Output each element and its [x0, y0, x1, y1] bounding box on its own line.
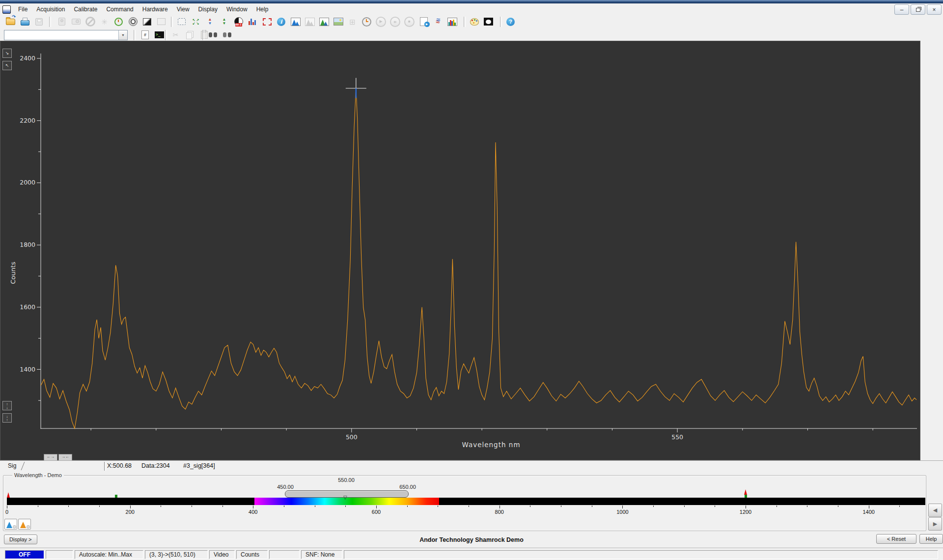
cut-button[interactable]: ✂ — [169, 29, 182, 41]
expand-x-button[interactable]: ←→ — [44, 454, 57, 461]
minimize-button[interactable]: – — [894, 4, 909, 15]
play-button[interactable]: ▶ — [374, 16, 388, 27]
color-histogram-button[interactable] — [445, 16, 459, 27]
select-region-button[interactable] — [175, 16, 188, 27]
zoom-in-corner-button[interactable]: ↘ — [2, 49, 12, 58]
image-view-button[interactable] — [332, 16, 345, 27]
run-till-abort-button[interactable] — [417, 16, 430, 27]
layout-editor-button[interactable]: ⊞ — [346, 16, 359, 27]
sensor-area-button[interactable] — [155, 16, 168, 27]
scale-tick — [684, 506, 685, 507]
graph-3d-view-icon — [319, 18, 329, 26]
autoscale-horizontal-button[interactable]: ▲▼ — [218, 16, 231, 27]
abort-acquisition-button[interactable] — [83, 16, 97, 27]
status-segment: SNF: None — [301, 550, 342, 559]
plot-background[interactable]: 240022002000180016001400500550CountsWave… — [0, 41, 920, 460]
scale-tick — [622, 506, 623, 508]
print-button[interactable] — [18, 16, 31, 27]
graph-view-button[interactable] — [289, 16, 302, 27]
status-segment: (3, 3)->(510, 510) — [145, 550, 208, 559]
green-marker[interactable] — [115, 495, 117, 498]
timer-button[interactable] — [360, 16, 373, 27]
scale-tick — [438, 506, 438, 507]
menu-item-calibrate[interactable]: Calibrate — [69, 4, 102, 14]
menu-item-file[interactable]: File — [14, 4, 32, 14]
scroll-left-button[interactable]: ◀ — [928, 504, 942, 517]
scroll-right-button[interactable]: ▶ — [928, 517, 942, 531]
overlay-traces-button[interactable]: ≈ — [431, 16, 444, 27]
find-button[interactable] — [206, 29, 220, 41]
copy-button[interactable] — [183, 29, 196, 41]
blue-trace-settings-button[interactable] — [4, 519, 17, 530]
find-next-button[interactable] — [221, 29, 234, 41]
scale-tick — [130, 506, 131, 508]
spectrum-color-bar — [7, 498, 925, 505]
tab-divider — [21, 462, 25, 470]
scale-tick — [592, 506, 592, 507]
expand-y-button[interactable]: ↑ ↓ — [2, 401, 12, 410]
setup-acquisition-icon: ✳ — [101, 18, 108, 26]
help-button[interactable]: ? — [504, 16, 517, 27]
menu-item-command[interactable]: Command — [102, 4, 138, 14]
info-button[interactable]: i — [275, 16, 288, 27]
spectrum-plot[interactable]: 240022002000180016001400500550CountsWave… — [0, 41, 921, 461]
mask-button[interactable] — [482, 16, 495, 27]
timer-icon — [362, 17, 371, 27]
slider-pointer[interactable]: ▽ — [343, 495, 347, 500]
red-marker[interactable] — [744, 489, 747, 495]
camera-setup-button[interactable] — [55, 16, 68, 27]
command-toolbar: ▼ #>_✂ — [0, 28, 943, 41]
cut-icon: ✂ — [173, 31, 179, 38]
autoscale-vertical-button[interactable]: ▲▼ — [203, 16, 217, 27]
contrast-stretch-button[interactable]: 99:1 — [232, 16, 245, 27]
open-file-button[interactable] — [4, 16, 17, 27]
red-marker[interactable] — [7, 492, 10, 498]
expand-region-button[interactable]: ↖ ↗ ↙ ↘ — [189, 16, 202, 27]
command-combobox[interactable]: ▼ — [4, 30, 128, 40]
menu-item-acquisition[interactable]: Acquisition — [32, 4, 69, 14]
setup-acquisition-button[interactable]: ✳ — [98, 16, 111, 27]
y-tick-label: 2000 — [20, 179, 35, 186]
window-controls: – × — [894, 4, 942, 15]
image-view-icon — [333, 18, 343, 26]
close-button[interactable]: × — [927, 4, 942, 15]
run-program-button[interactable]: # — [139, 29, 152, 41]
signal-mode-button[interactable] — [140, 16, 154, 27]
status-segment-fill — [344, 550, 938, 559]
reset-button[interactable]: < Reset — [876, 534, 916, 544]
graph-3d-view-button[interactable] — [317, 16, 331, 27]
menu-item-help[interactable]: Help — [252, 4, 273, 14]
menu-item-view[interactable]: View — [172, 4, 194, 14]
green-marker[interactable] — [745, 495, 747, 498]
tab-sig[interactable]: Sig — [8, 462, 16, 469]
find-icon — [209, 32, 217, 37]
histogram-view-button[interactable] — [246, 16, 259, 27]
save-button[interactable] — [32, 16, 46, 27]
help-button[interactable]: Help — [919, 534, 943, 544]
snapshot-button[interactable] — [69, 16, 83, 27]
help-icon: ? — [506, 18, 515, 26]
palette-button[interactable] — [468, 16, 481, 27]
pause-button[interactable]: ▮▮ — [388, 16, 402, 27]
menu-item-display[interactable]: Display — [194, 4, 222, 14]
play-icon: ▶ — [376, 17, 386, 27]
region-of-interest-button[interactable] — [260, 16, 274, 27]
shutter-control-button[interactable] — [126, 16, 139, 27]
menu-item-hardware[interactable]: Hardware — [138, 4, 172, 14]
y-tick-label: 1600 — [20, 303, 35, 311]
graph-view-alt-button[interactable] — [303, 16, 316, 27]
x-tick-label: 500 — [346, 433, 358, 441]
chevron-down-icon[interactable]: ▼ — [118, 30, 127, 40]
collapse-y-button[interactable]: ↓ ↑ — [2, 413, 12, 423]
command-input[interactable] — [4, 30, 118, 40]
trace-name-readout: #3_sig[364] — [183, 462, 215, 469]
menu-item-window[interactable]: Window — [222, 4, 252, 14]
exposure-time-button[interactable] — [112, 16, 125, 27]
zoom-out-corner-button[interactable]: ↖ — [2, 61, 12, 70]
stop-button[interactable]: ■ — [403, 16, 416, 27]
toolbar-separator — [165, 30, 167, 40]
orange-trace-settings-button[interactable] — [18, 519, 31, 530]
collapse-x-button[interactable]: →← — [58, 454, 72, 461]
command-terminal-button[interactable]: >_ — [153, 29, 166, 41]
restore-button[interactable] — [911, 4, 925, 15]
